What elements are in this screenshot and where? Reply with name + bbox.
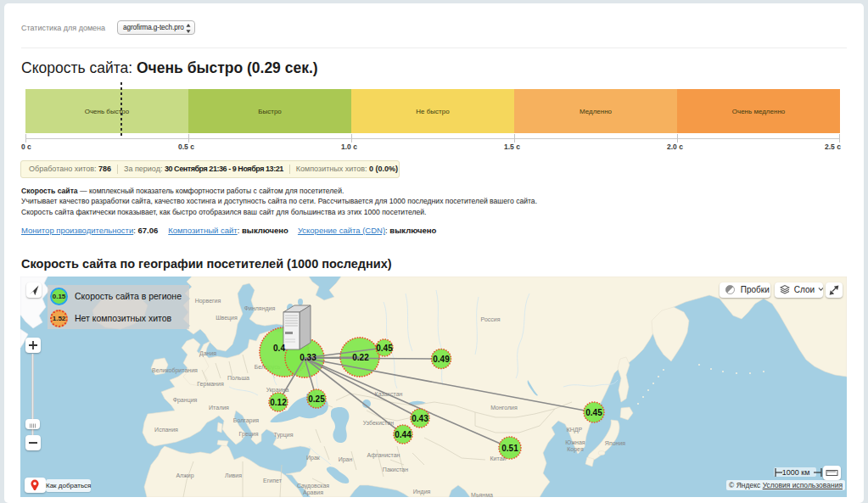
svg-text:1000 км: 1000 км bbox=[782, 468, 810, 477]
svg-text:Южная: Южная bbox=[565, 439, 585, 445]
svg-text:0.4: 0.4 bbox=[273, 344, 285, 353]
svg-text:Монголия: Монголия bbox=[490, 405, 518, 411]
svg-text:0.45: 0.45 bbox=[376, 344, 393, 353]
svg-text:0.22: 0.22 bbox=[352, 353, 369, 362]
svg-text:Япония: Япония bbox=[605, 440, 626, 446]
svg-text:Индия: Индия bbox=[413, 489, 431, 495]
svg-text:Финляндия: Финляндия bbox=[244, 305, 276, 312]
svg-text:Польша: Польша bbox=[227, 375, 249, 381]
svg-text:Греция: Греция bbox=[239, 431, 259, 438]
svg-text:Иран: Иран bbox=[339, 456, 353, 463]
svg-text:0.12: 0.12 bbox=[270, 398, 287, 407]
svg-text:0.49: 0.49 bbox=[433, 355, 450, 364]
svg-text:Германия: Германия bbox=[197, 381, 224, 388]
svg-text:0.45: 0.45 bbox=[585, 408, 602, 417]
svg-text:Испания: Испания bbox=[154, 427, 178, 433]
svg-text:Ирак: Ирак bbox=[306, 455, 321, 461]
svg-text:Пакистан: Пакистан bbox=[383, 467, 408, 472]
svg-text:Россия: Россия bbox=[481, 316, 501, 322]
svg-text:Афганистан: Афганистан bbox=[367, 452, 400, 459]
svg-text:Аравия: Аравия bbox=[303, 489, 323, 496]
svg-text:Корея: Корея bbox=[567, 446, 584, 453]
svg-text:0.33: 0.33 bbox=[300, 353, 316, 362]
svg-text:0.44: 0.44 bbox=[395, 430, 412, 439]
svg-text:0.43: 0.43 bbox=[412, 414, 428, 423]
svg-text:Франция: Франция bbox=[173, 397, 198, 404]
svg-text:0.51: 0.51 bbox=[501, 444, 518, 453]
svg-text:0.25: 0.25 bbox=[308, 394, 325, 404]
svg-text:Ливия: Ливия bbox=[225, 472, 242, 478]
svg-text:Великобритания: Великобритания bbox=[152, 367, 198, 374]
svg-text:Италия: Италия bbox=[209, 405, 229, 411]
svg-text:Норвегия: Норвегия bbox=[195, 298, 221, 305]
svg-text:Швеция: Швеция bbox=[216, 315, 238, 321]
svg-text:Мьянма: Мьянма bbox=[471, 492, 493, 497]
svg-text:Алжир: Алжир bbox=[176, 472, 193, 479]
svg-text:Дания: Дания bbox=[199, 350, 216, 357]
svg-text:Болгария: Болгария bbox=[233, 417, 260, 424]
svg-text:Турция: Турция bbox=[274, 432, 294, 439]
svg-text:КНДР: КНДР bbox=[567, 427, 583, 433]
